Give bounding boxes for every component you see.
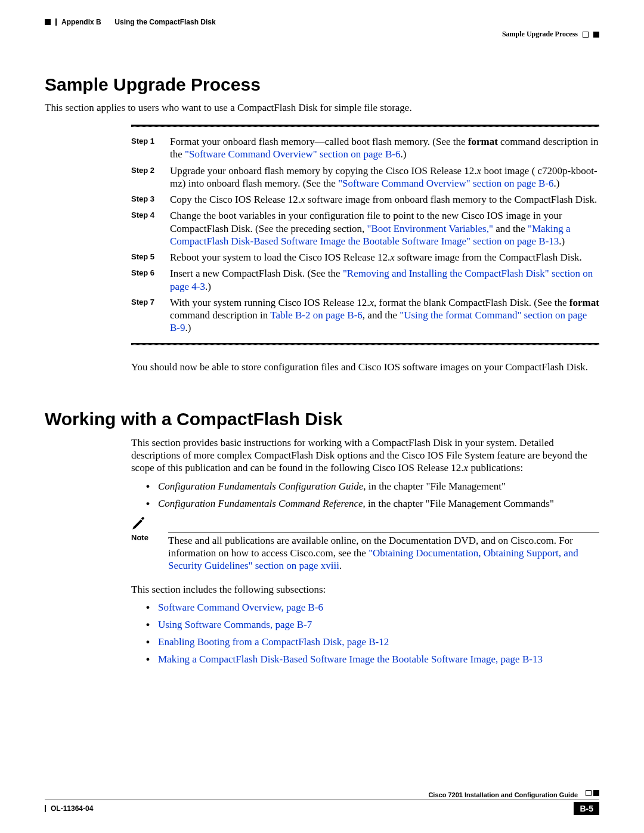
step-3: Step 3 Copy the Cisco IOS Release 12.x s… <box>45 193 599 206</box>
header-section-row: Sample Upgrade Process <box>45 30 599 39</box>
step-label: Step 7 <box>131 296 170 306</box>
section2-intro: This section provides basic instructions… <box>131 436 599 475</box>
list-item: Software Command Overview, page B-6 <box>146 599 599 615</box>
step-label: Step 6 <box>131 267 170 277</box>
list-item: Configuration Fundamentals Command Refer… <box>146 496 599 512</box>
header-appendix: Appendix B <box>61 18 101 26</box>
footer-square-outline-icon <box>586 790 592 796</box>
section1-intro: This section applies to users who want t… <box>45 102 599 114</box>
link-table-b2[interactable]: Table B-2 on page B-6 <box>270 309 363 321</box>
section-rule-end <box>131 343 599 345</box>
note-label: Note <box>131 533 168 543</box>
section-title-working-with: Working with a CompactFlash Disk <box>45 409 599 429</box>
footer-docid: OL-11364-04 <box>51 804 93 813</box>
step-label: Step 5 <box>131 251 170 261</box>
section-title-sample-upgrade: Sample Upgrade Process <box>45 75 599 95</box>
pencil-icon <box>131 515 147 531</box>
note-block: Note These and all publications are avai… <box>131 515 599 572</box>
step-7: Step 7 With your system running Cisco IO… <box>45 296 599 335</box>
step-body: Change the boot variables in your config… <box>170 209 599 247</box>
step-4: Step 4 Change the boot variables in your… <box>45 209 599 247</box>
step-body: Reboot your system to load the Cisco IOS… <box>170 251 599 264</box>
link-software-cmd-overview[interactable]: "Software Command Overview" section on p… <box>185 148 400 160</box>
footer-square-icon <box>593 790 599 796</box>
note-rule <box>168 532 599 532</box>
step-label: Step 4 <box>131 209 170 219</box>
section1-closing: You should now be able to store configur… <box>131 361 599 373</box>
header-square-outline-icon <box>583 32 589 38</box>
list-item: Using Software Commands, page B-7 <box>146 617 599 633</box>
link-sub-4[interactable]: Making a CompactFlash Disk-Based Softwar… <box>158 654 543 665</box>
step-6: Step 6 Insert a new CompactFlash Disk. (… <box>45 267 599 293</box>
page-number: B-5 <box>574 802 599 815</box>
list-item: Configuration Fundamentals Configuration… <box>146 478 599 494</box>
subsections-list: Software Command Overview, page B-6 Usin… <box>146 599 599 668</box>
step-label: Step 3 <box>131 193 170 203</box>
header-divider-icon <box>55 18 57 26</box>
page: Appendix B Using the CompactFlash Disk S… <box>0 0 644 833</box>
header-square-icon-2 <box>593 32 599 38</box>
step-2: Step 2 Upgrade your onboard flash memory… <box>45 165 599 190</box>
step-label: Step 2 <box>131 165 170 175</box>
subsections-intro: This section includes the following subs… <box>131 583 599 596</box>
link-boot-env-vars[interactable]: "Boot Environment Variables," <box>367 223 493 234</box>
link-software-cmd-overview-2[interactable]: "Software Command Overview" section on p… <box>338 178 553 189</box>
list-item: Enabling Booting from a CompactFlash Dis… <box>146 634 599 650</box>
footer-guide-title: Cisco 7201 Installation and Configuratio… <box>428 791 599 798</box>
header-square-icon <box>45 19 51 25</box>
link-sub-2[interactable]: Using Software Commands, page B-7 <box>158 619 312 630</box>
link-sub-3[interactable]: Enabling Booting from a CompactFlash Dis… <box>158 636 389 648</box>
link-sub-1[interactable]: Software Command Overview, page B-6 <box>158 602 323 613</box>
step-1: Step 1 Format your onboard flash memory—… <box>45 135 599 161</box>
note-text: These and all publications are available… <box>168 515 599 572</box>
step-label: Step 1 <box>131 135 170 145</box>
running-footer: Cisco 7201 Installation and Configuratio… <box>45 791 599 815</box>
step-body: With your system running Cisco IOS Relea… <box>170 296 599 335</box>
section-rule <box>131 125 599 127</box>
footer-divider-icon <box>45 805 46 812</box>
step-body: Insert a new CompactFlash Disk. (See the… <box>170 267 599 293</box>
publications-list: Configuration Fundamentals Configuration… <box>146 478 599 512</box>
step-body: Format your onboard flash memory—called … <box>170 135 599 161</box>
step-body: Upgrade your onboard flash memory by cop… <box>170 165 599 190</box>
header-chapter: Using the CompactFlash Disk <box>114 18 215 26</box>
step-body: Copy the Cisco IOS Release 12.x software… <box>170 193 599 206</box>
list-item: Making a CompactFlash Disk-Based Softwar… <box>146 651 599 667</box>
header-section: Sample Upgrade Process <box>502 30 578 39</box>
running-header: Appendix B Using the CompactFlash Disk <box>45 18 599 26</box>
step-5: Step 5 Reboot your system to load the Ci… <box>45 251 599 264</box>
